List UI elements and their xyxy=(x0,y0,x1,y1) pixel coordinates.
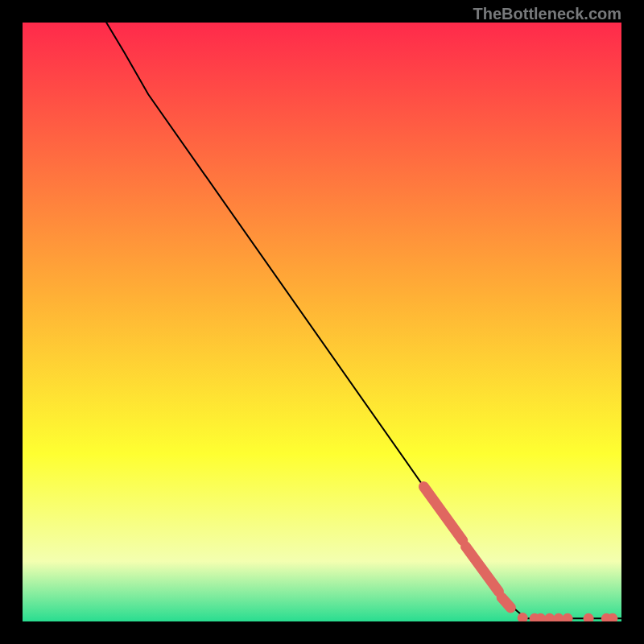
chart-svg xyxy=(23,23,621,621)
attribution-text: TheBottleneck.com xyxy=(473,5,621,23)
highlight-segment xyxy=(502,597,510,608)
gradient-background xyxy=(23,23,621,621)
chart-plot-area xyxy=(23,23,621,621)
